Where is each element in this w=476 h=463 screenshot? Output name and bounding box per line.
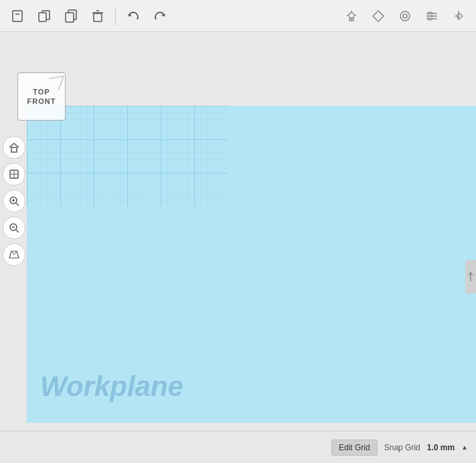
svg-line-33 — [16, 203, 19, 206]
svg-rect-5 — [66, 13, 74, 22]
toolbar — [0, 0, 476, 32]
view-cube-front-label: FRONT — [27, 97, 56, 105]
svg-marker-23 — [455, 13, 459, 19]
duplicate-button[interactable] — [59, 4, 83, 28]
snap-value: 1.0 mm — [427, 443, 455, 452]
undo-button[interactable] — [121, 4, 145, 28]
snap-arrow[interactable]: ▲ — [461, 444, 468, 451]
workplane[interactable]: Workplane — [27, 106, 476, 423]
zoom-out-button[interactable] — [3, 216, 25, 239]
mirror-button[interactable] — [447, 4, 471, 28]
svg-marker-24 — [459, 13, 463, 19]
shape1-button[interactable] — [366, 4, 390, 28]
home-view-button[interactable] — [3, 136, 25, 159]
svg-line-39 — [11, 251, 14, 255]
light-button[interactable] — [339, 4, 364, 28]
toolbar-right — [339, 4, 471, 28]
svg-rect-28 — [11, 147, 17, 152]
new-button[interactable] — [5, 4, 29, 28]
copy-button[interactable] — [32, 4, 56, 28]
view-cube-box[interactable]: TOP FRONT — [17, 72, 66, 121]
svg-line-37 — [16, 230, 19, 233]
svg-rect-0 — [13, 11, 22, 21]
svg-point-16 — [400, 11, 410, 21]
edit-grid-button[interactable]: Edit Grid — [331, 440, 378, 456]
delete-button[interactable] — [86, 4, 110, 28]
svg-marker-15 — [373, 11, 384, 21]
svg-rect-6 — [94, 13, 102, 21]
view-cube-top-label: TOP — [33, 88, 50, 96]
zoom-in-button[interactable] — [3, 190, 25, 212]
toolbar-divider-1 — [115, 7, 116, 25]
workplane-label: Workplane — [40, 371, 183, 403]
snap-grid-label: Snap Grid — [384, 443, 420, 452]
left-panel — [3, 136, 25, 266]
fit-view-button[interactable] — [3, 163, 25, 186]
bottom-bar: Edit Grid Snap Grid 1.0 mm ▲ — [0, 431, 476, 463]
shape2-button[interactable] — [393, 4, 417, 28]
svg-point-17 — [403, 14, 407, 18]
right-panel-hint[interactable] — [465, 260, 476, 293]
viewport[interactable]: Workplane TOP FRONT — [0, 32, 476, 463]
align-button[interactable] — [420, 4, 444, 28]
svg-line-40 — [14, 251, 17, 255]
svg-rect-3 — [39, 13, 46, 21]
redo-button[interactable] — [148, 4, 172, 28]
perspective-button[interactable] — [3, 243, 25, 266]
svg-point-9 — [349, 13, 354, 18]
view-cube[interactable]: TOP FRONT — [17, 72, 66, 133]
